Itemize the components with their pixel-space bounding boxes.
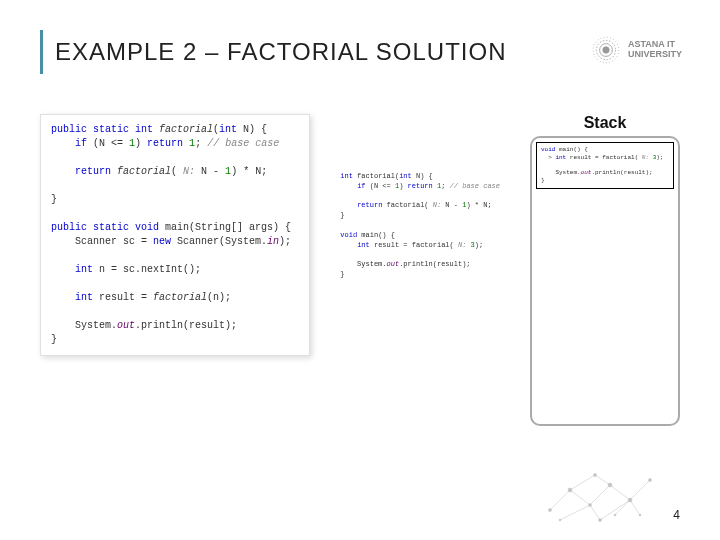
stack-column: Stack void main() { > int result = facto…	[530, 114, 680, 426]
stack-box: void main() { > int result = factorial( …	[530, 136, 680, 426]
title-accent-bar	[40, 30, 43, 74]
code-simplified: int factorial(int N) { if (N <= 1) retur…	[330, 164, 510, 288]
svg-line-11	[590, 505, 600, 520]
svg-point-23	[599, 519, 602, 522]
svg-point-0	[603, 47, 609, 53]
svg-line-8	[630, 480, 650, 500]
svg-line-4	[550, 490, 570, 510]
university-logo: ASTANA IT UNIVERSITY	[590, 34, 682, 66]
svg-point-19	[608, 483, 612, 487]
stack-frame-main: void main() { > int result = factorial( …	[536, 142, 674, 189]
svg-line-9	[570, 475, 595, 490]
svg-line-12	[600, 500, 630, 520]
svg-point-18	[589, 504, 592, 507]
slide: EXAMPLE 2 – FACTORIAL SOLUTION ASTANA IT…	[0, 0, 720, 540]
svg-line-5	[570, 490, 590, 505]
sunburst-icon	[590, 34, 622, 66]
svg-point-24	[559, 519, 561, 521]
content-row: public static int factorial(int N) { if …	[40, 114, 680, 426]
svg-line-13	[560, 505, 590, 520]
stack-title: Stack	[584, 114, 627, 132]
title-row: EXAMPLE 2 – FACTORIAL SOLUTION	[40, 30, 680, 74]
svg-line-6	[590, 485, 610, 505]
svg-point-16	[549, 509, 552, 512]
svg-point-22	[594, 474, 597, 477]
slide-title: EXAMPLE 2 – FACTORIAL SOLUTION	[55, 38, 506, 66]
logo-text: ASTANA IT UNIVERSITY	[628, 40, 682, 60]
svg-point-20	[628, 498, 632, 502]
page-number: 4	[673, 508, 680, 522]
svg-line-14	[615, 500, 630, 515]
network-decor-icon	[540, 460, 660, 530]
svg-point-26	[639, 514, 641, 516]
svg-point-21	[649, 479, 652, 482]
code-main: public static int factorial(int N) { if …	[40, 114, 310, 356]
svg-point-17	[568, 488, 572, 492]
svg-point-25	[614, 514, 616, 516]
svg-line-15	[630, 500, 640, 515]
logo-line2: UNIVERSITY	[628, 50, 682, 60]
svg-line-7	[610, 485, 630, 500]
svg-line-10	[595, 475, 610, 485]
